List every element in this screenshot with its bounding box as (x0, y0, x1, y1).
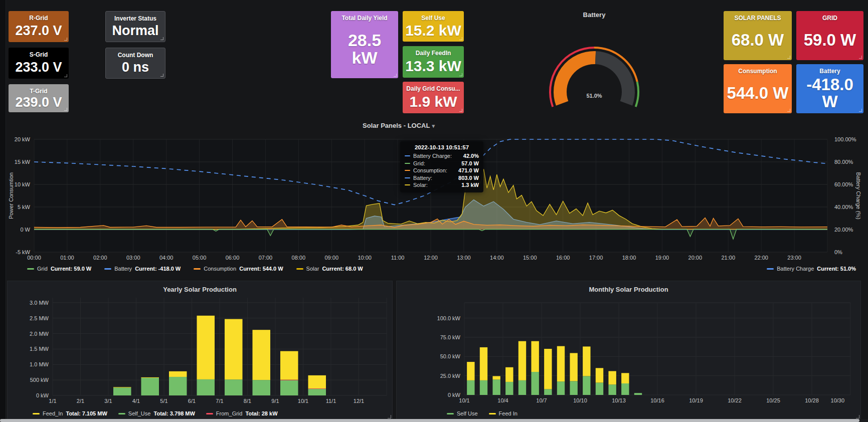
bar-segment[interactable] (505, 367, 513, 382)
bar-segment[interactable] (169, 371, 187, 377)
bar-segment[interactable] (308, 375, 326, 388)
monthly-bar-chart[interactable]: 100.0 kW75.0 kW50.0 kW25.0 kW0 kW10/110/… (397, 281, 860, 406)
stat-value-daily-grid-consumption: 1.9 kW (403, 92, 464, 113)
tooltip-row-3: Battery:803.0 W (405, 174, 479, 182)
bar-segment[interactable] (621, 383, 629, 395)
bar-segment[interactable] (280, 380, 298, 395)
bar-segment[interactable] (280, 351, 298, 380)
svg-text:100.0 kW: 100.0 kW (437, 315, 461, 321)
stat-title-self-use[interactable]: Self Use (403, 15, 464, 22)
stat-title-consumption[interactable]: Consumption (724, 68, 792, 75)
bar-segment[interactable] (570, 353, 577, 381)
bar-segment[interactable] (141, 377, 159, 378)
bar-segment[interactable] (596, 368, 603, 382)
stat-title-s-grid[interactable]: S-Grid (9, 51, 69, 58)
svg-text:22:00: 22:00 (754, 255, 768, 261)
panel-solar-panels-timeseries: 20 kW15 kW10 kW5 kW0 W-5 kW100.00%80.00%… (7, 132, 861, 277)
bar-segment[interactable] (225, 379, 243, 395)
stat-title-count-down[interactable]: Count Down (106, 52, 165, 59)
yearly-bar-chart[interactable]: 3.0 MW2.5 MW2.0 MW1.5 MW1.0 MW500 kW0 kW… (8, 281, 392, 406)
legend-item-1[interactable]: Battery Current: -418.0 W (104, 266, 181, 272)
stat-panel-t-grid: T-Grid 239.0 V (9, 84, 69, 112)
stat-title-inverter-status[interactable]: Inverter Status (106, 15, 165, 22)
stat-title-r-grid[interactable]: R-Grid (9, 15, 69, 22)
main-chart-legend: Grid Current: 59.0 WBattery Current: -41… (27, 266, 363, 272)
legend-item-2[interactable]: Consumption Current: 544.0 W (194, 266, 283, 272)
bar-segment[interactable] (280, 380, 298, 380)
stat-title-grid[interactable]: GRID (796, 15, 863, 22)
bar-segment[interactable] (634, 393, 642, 395)
stat-title-solar-panels[interactable]: SOLAR PANELS (724, 15, 792, 22)
bar-segment[interactable] (531, 341, 539, 372)
bar-segment[interactable] (570, 381, 577, 395)
stat-title-t-grid[interactable]: T-Grid (9, 88, 69, 95)
svg-text:10/13: 10/13 (612, 397, 626, 403)
bar-segment[interactable] (557, 346, 565, 382)
svg-text:14:00: 14:00 (490, 255, 504, 261)
bar-segment[interactable] (596, 382, 603, 395)
bar-segment[interactable] (308, 388, 326, 389)
bar-segment[interactable] (544, 349, 552, 389)
yearly-legend-item-1[interactable]: Self_Use Total: 3.798 MW (118, 410, 195, 416)
stat-value-inverter-status: Normal (106, 22, 165, 42)
bar-segment[interactable] (544, 389, 552, 395)
yearly-legend-item-2[interactable]: From_Grid Total: 28 kW (206, 410, 278, 416)
bar-segment[interactable] (467, 362, 474, 380)
bar-segment[interactable] (621, 373, 629, 383)
stat-panel-total-daily-yield: Total Daily Yield 28.5 kW (331, 11, 398, 78)
svg-text:25.0 kW: 25.0 kW (440, 373, 461, 379)
bar-segment[interactable] (583, 376, 590, 395)
bar-segment[interactable] (467, 380, 474, 395)
legend-item-3[interactable]: Solar Current: 68.0 W (296, 266, 363, 272)
svg-text:10/10: 10/10 (573, 397, 587, 403)
bar-segment[interactable] (308, 389, 326, 395)
bar-segment[interactable] (518, 341, 526, 380)
bar-segment[interactable] (492, 376, 500, 379)
stat-title-daily-grid-consumption[interactable]: Daily Grid Consu... (403, 85, 464, 92)
bar-segment[interactable] (557, 381, 565, 395)
svg-text:4/1: 4/1 (132, 398, 140, 404)
monthly-legend-item-0[interactable]: Self Use (447, 410, 478, 416)
svg-text:10/4: 10/4 (497, 397, 508, 403)
bar-segment[interactable] (225, 319, 243, 380)
bar-segment[interactable] (252, 380, 270, 395)
panel-yearly-solar-production: Yearly Solar Production 3.0 MW2.5 MW2.0 … (7, 281, 393, 420)
svg-text:21:00: 21:00 (721, 255, 735, 261)
bar-segment[interactable] (480, 380, 487, 395)
stat-title-battery[interactable]: Battery (796, 68, 863, 75)
legend-item-right-0[interactable]: Battery Charge Current: 51.0% (767, 266, 856, 272)
stat-title-total-daily-yield[interactable]: Total Daily Yield (331, 15, 398, 22)
legend-dash-icon (767, 268, 774, 270)
legend-dash-icon (447, 413, 454, 414)
bar-segment[interactable] (492, 379, 500, 395)
bar-segment[interactable] (113, 387, 131, 395)
bar-segment[interactable] (531, 372, 539, 395)
bar-segment[interactable] (583, 346, 590, 376)
svg-text:10/30: 10/30 (831, 397, 845, 403)
grid-lines (53, 298, 387, 395)
legend-item-0[interactable]: Grid Current: 59.0 W (27, 266, 91, 272)
main-chart-legend-right: Battery Charge Current: 51.0% (767, 266, 856, 272)
row-selector-solar-panels-local[interactable]: Solar Panels - LOCAL▾ (331, 122, 466, 129)
gauge-title[interactable]: Battery (501, 11, 687, 19)
bar-segment[interactable] (113, 387, 131, 387)
horizontal-scrollbar[interactable] (0, 419, 868, 422)
tooltip-row-0: Battery Charge:42.0% (405, 152, 479, 160)
stat-panel-self-use: Self Use 15.2 kW (403, 11, 464, 42)
bar-segment[interactable] (252, 330, 270, 380)
svg-text:10 kW: 10 kW (15, 181, 31, 187)
bar-segment[interactable] (608, 384, 616, 395)
bar-segment[interactable] (141, 378, 159, 395)
bar-segment[interactable] (197, 316, 215, 379)
bar-segment[interactable] (608, 371, 616, 384)
stat-title-daily-feedin[interactable]: Daily FeedIn (403, 50, 464, 57)
monthly-legend-item-1[interactable]: Feed In (489, 410, 517, 416)
tooltip-series-dash-icon (405, 177, 410, 178)
scrollbar-thumb[interactable] (0, 419, 859, 422)
bar-segment[interactable] (518, 380, 526, 395)
bar-segment[interactable] (169, 377, 187, 395)
bar-segment[interactable] (505, 382, 513, 395)
yearly-legend-item-0[interactable]: Feed_In Total: 7.105 MW (33, 410, 107, 416)
bar-segment[interactable] (480, 347, 487, 380)
bar-segment[interactable] (197, 379, 215, 395)
